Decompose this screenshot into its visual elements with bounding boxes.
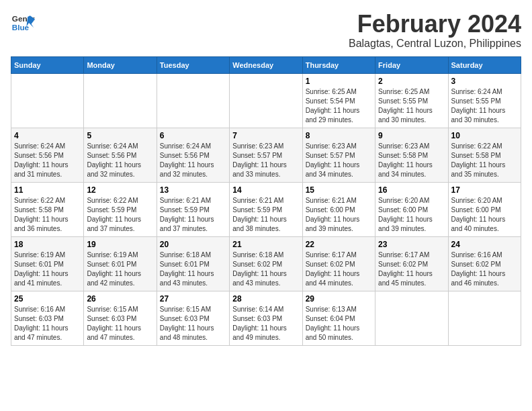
title-area: February 2024 Balagtas, Central Luzon, P… — [349, 11, 521, 50]
day-info: Sunrise: 6:15 AMSunset: 6:03 PMDaylight:… — [87, 305, 153, 342]
calendar-cell: 15Sunrise: 6:21 AMSunset: 6:00 PMDayligh… — [302, 182, 375, 236]
header: General Blue February 2024 Balagtas, Cen… — [11, 11, 521, 50]
day-info: Sunrise: 6:22 AMSunset: 5:58 PMDaylight:… — [451, 142, 518, 179]
calendar-cell — [157, 73, 229, 128]
day-number: 26 — [87, 294, 153, 304]
calendar-cell: 5Sunrise: 6:24 AMSunset: 5:56 PMDaylight… — [84, 128, 157, 182]
day-number: 1 — [306, 77, 372, 86]
day-number: 12 — [87, 185, 153, 195]
calendar-cell: 25Sunrise: 6:16 AMSunset: 6:03 PMDayligh… — [11, 291, 84, 345]
day-info: Sunrise: 6:17 AMSunset: 6:02 PMDaylight:… — [306, 250, 372, 288]
calendar-table: SundayMondayTuesdayWednesdayThursdayFrid… — [11, 56, 521, 346]
calendar-cell — [84, 73, 157, 128]
calendar-header-cell: Monday — [84, 56, 157, 73]
calendar-header-cell: Sunday — [11, 56, 84, 73]
day-number: 21 — [232, 240, 299, 249]
day-info: Sunrise: 6:14 AMSunset: 6:03 PMDaylight:… — [232, 305, 299, 342]
page-subtitle: Balagtas, Central Luzon, Philippines — [349, 38, 521, 50]
calendar-cell: 27Sunrise: 6:15 AMSunset: 6:03 PMDayligh… — [157, 291, 229, 345]
day-info: Sunrise: 6:19 AMSunset: 6:01 PMDaylight:… — [87, 250, 153, 288]
calendar-week-row: 4Sunrise: 6:24 AMSunset: 5:56 PMDaylight… — [11, 128, 521, 182]
calendar-week-row: 18Sunrise: 6:19 AMSunset: 6:01 PMDayligh… — [11, 236, 521, 291]
calendar-cell — [448, 291, 521, 345]
day-number: 15 — [306, 185, 372, 195]
day-number: 6 — [160, 131, 226, 140]
day-info: Sunrise: 6:15 AMSunset: 6:03 PMDaylight:… — [160, 305, 226, 342]
day-number: 5 — [87, 131, 153, 140]
day-number: 8 — [306, 131, 372, 140]
calendar-cell: 19Sunrise: 6:19 AMSunset: 6:01 PMDayligh… — [84, 236, 157, 291]
day-info: Sunrise: 6:16 AMSunset: 6:02 PMDaylight:… — [451, 250, 518, 288]
day-number: 27 — [160, 294, 226, 304]
calendar-header-row: SundayMondayTuesdayWednesdayThursdayFrid… — [11, 56, 521, 73]
calendar-week-row: 11Sunrise: 6:22 AMSunset: 5:58 PMDayligh… — [11, 182, 521, 236]
day-info: Sunrise: 6:23 AMSunset: 5:57 PMDaylight:… — [232, 142, 299, 179]
day-number: 29 — [306, 294, 372, 304]
day-number: 19 — [87, 240, 153, 249]
calendar-week-row: 1Sunrise: 6:25 AMSunset: 5:54 PMDaylight… — [11, 73, 521, 128]
calendar-cell: 29Sunrise: 6:13 AMSunset: 6:04 PMDayligh… — [302, 291, 375, 345]
calendar-header-cell: Tuesday — [157, 56, 229, 73]
calendar-cell: 8Sunrise: 6:23 AMSunset: 5:57 PMDaylight… — [302, 128, 375, 182]
calendar-cell: 11Sunrise: 6:22 AMSunset: 5:58 PMDayligh… — [11, 182, 84, 236]
day-number: 7 — [232, 131, 299, 140]
day-number: 23 — [378, 240, 445, 249]
day-info: Sunrise: 6:22 AMSunset: 5:59 PMDaylight:… — [87, 196, 153, 234]
calendar-header-cell: Friday — [375, 56, 448, 73]
calendar-header-cell: Saturday — [448, 56, 521, 73]
calendar-header-cell: Wednesday — [230, 56, 302, 73]
page-title: February 2024 — [349, 11, 521, 38]
day-number: 24 — [451, 240, 518, 249]
day-info: Sunrise: 6:24 AMSunset: 5:56 PMDaylight:… — [14, 142, 81, 179]
day-number: 17 — [451, 185, 518, 195]
logo-icon: General Blue — [11, 11, 35, 35]
day-info: Sunrise: 6:18 AMSunset: 6:01 PMDaylight:… — [160, 250, 226, 288]
day-info: Sunrise: 6:24 AMSunset: 5:56 PMDaylight:… — [160, 142, 226, 179]
day-number: 14 — [232, 185, 299, 195]
day-number: 4 — [14, 131, 81, 140]
calendar-cell: 16Sunrise: 6:20 AMSunset: 6:00 PMDayligh… — [375, 182, 448, 236]
calendar-cell: 13Sunrise: 6:21 AMSunset: 5:59 PMDayligh… — [157, 182, 229, 236]
day-info: Sunrise: 6:21 AMSunset: 5:59 PMDaylight:… — [232, 196, 299, 234]
calendar-cell: 17Sunrise: 6:20 AMSunset: 6:00 PMDayligh… — [448, 182, 521, 236]
day-info: Sunrise: 6:24 AMSunset: 5:56 PMDaylight:… — [87, 142, 153, 179]
day-info: Sunrise: 6:21 AMSunset: 5:59 PMDaylight:… — [160, 196, 226, 234]
day-info: Sunrise: 6:13 AMSunset: 6:04 PMDaylight:… — [306, 305, 372, 342]
day-info: Sunrise: 6:25 AMSunset: 5:54 PMDaylight:… — [306, 87, 372, 125]
calendar-cell: 7Sunrise: 6:23 AMSunset: 5:57 PMDaylight… — [230, 128, 302, 182]
day-info: Sunrise: 6:21 AMSunset: 6:00 PMDaylight:… — [306, 196, 372, 234]
svg-text:Blue: Blue — [12, 23, 30, 32]
day-info: Sunrise: 6:20 AMSunset: 6:00 PMDaylight:… — [451, 196, 518, 234]
day-info: Sunrise: 6:24 AMSunset: 5:55 PMDaylight:… — [451, 87, 518, 125]
calendar-week-row: 25Sunrise: 6:16 AMSunset: 6:03 PMDayligh… — [11, 291, 521, 345]
calendar-cell — [230, 73, 302, 128]
day-number: 10 — [451, 131, 518, 140]
calendar-cell: 9Sunrise: 6:23 AMSunset: 5:58 PMDaylight… — [375, 128, 448, 182]
day-number: 11 — [14, 185, 81, 195]
calendar-cell: 23Sunrise: 6:17 AMSunset: 6:02 PMDayligh… — [375, 236, 448, 291]
calendar-cell: 6Sunrise: 6:24 AMSunset: 5:56 PMDaylight… — [157, 128, 229, 182]
calendar-cell: 18Sunrise: 6:19 AMSunset: 6:01 PMDayligh… — [11, 236, 84, 291]
day-info: Sunrise: 6:18 AMSunset: 6:02 PMDaylight:… — [232, 250, 299, 288]
calendar-cell: 3Sunrise: 6:24 AMSunset: 5:55 PMDaylight… — [448, 73, 521, 128]
calendar-cell — [375, 291, 448, 345]
day-number: 13 — [160, 185, 226, 195]
day-info: Sunrise: 6:20 AMSunset: 6:00 PMDaylight:… — [378, 196, 445, 234]
day-info: Sunrise: 6:23 AMSunset: 5:58 PMDaylight:… — [378, 142, 445, 179]
calendar-cell: 10Sunrise: 6:22 AMSunset: 5:58 PMDayligh… — [448, 128, 521, 182]
day-number: 20 — [160, 240, 226, 249]
day-number: 16 — [378, 185, 445, 195]
calendar-body: 1Sunrise: 6:25 AMSunset: 5:54 PMDaylight… — [11, 73, 521, 345]
day-number: 22 — [306, 240, 372, 249]
day-info: Sunrise: 6:22 AMSunset: 5:58 PMDaylight:… — [14, 196, 81, 234]
calendar-cell: 1Sunrise: 6:25 AMSunset: 5:54 PMDaylight… — [302, 73, 375, 128]
day-info: Sunrise: 6:19 AMSunset: 6:01 PMDaylight:… — [14, 250, 81, 288]
logo: General Blue — [11, 11, 35, 35]
day-number: 18 — [14, 240, 81, 249]
day-number: 9 — [378, 131, 445, 140]
calendar-header-cell: Thursday — [302, 56, 375, 73]
calendar-cell — [11, 73, 84, 128]
calendar-cell: 20Sunrise: 6:18 AMSunset: 6:01 PMDayligh… — [157, 236, 229, 291]
calendar-cell: 4Sunrise: 6:24 AMSunset: 5:56 PMDaylight… — [11, 128, 84, 182]
day-number: 3 — [451, 77, 518, 86]
